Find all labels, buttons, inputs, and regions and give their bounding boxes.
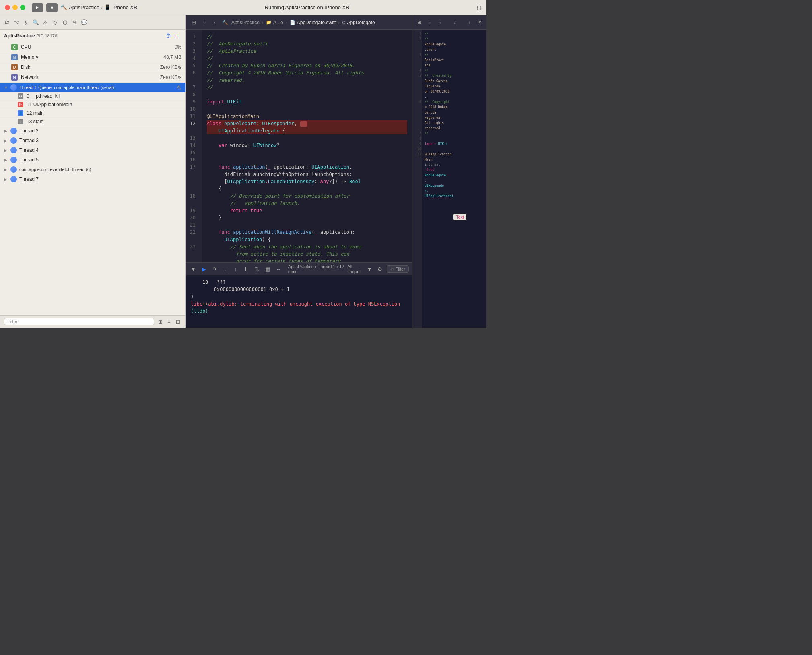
- cpu-row[interactable]: C CPU 0%: [0, 42, 185, 52]
- gauge-icon[interactable]: ⏱: [165, 32, 172, 39]
- output-label: All Output: [347, 264, 364, 274]
- titlebar: ▶ ■ 🔨 AptisPractice › 📱 iPhone XR Runnin…: [0, 0, 486, 15]
- thread-7-row[interactable]: ▶ Thread 7: [0, 174, 185, 184]
- braces-button[interactable]: { }: [477, 4, 482, 10]
- console-toggle-btn[interactable]: ▼: [189, 264, 197, 274]
- start-icon: ○: [18, 119, 23, 124]
- thread-1-label: Thread 1 Queue: com.apple.main-thread (s…: [19, 85, 114, 90]
- console-filter[interactable]: ⚙ Filter: [387, 265, 409, 273]
- thread-3-row[interactable]: ▶ Thread 3: [0, 136, 185, 145]
- subthread-start[interactable]: ○ 13 start: [0, 118, 185, 126]
- list-icon[interactable]: ≡: [165, 318, 173, 325]
- grid-layout-btn[interactable]: ⊞: [189, 18, 198, 27]
- memory-icon[interactable]: ≡: [174, 32, 181, 39]
- main-person-icon: 👤: [18, 110, 23, 116]
- subthread-main-label: 12 main: [27, 110, 44, 116]
- thread-4-row[interactable]: ▶ Thread 4: [0, 145, 185, 155]
- close-button[interactable]: [5, 5, 10, 10]
- run-button[interactable]: ▶: [32, 3, 43, 12]
- right-forward-btn[interactable]: ›: [436, 18, 445, 27]
- thread-1-group[interactable]: ▼ Thread 1 Queue: com.apple.main-thread …: [0, 83, 185, 126]
- thread-2-row[interactable]: ▶ Thread 2: [0, 126, 185, 136]
- fullscreen-button[interactable]: [20, 5, 25, 10]
- thread-1-row[interactable]: ▼ Thread 1 Queue: com.apple.main-thread …: [0, 83, 185, 92]
- right-add-btn[interactable]: +: [465, 18, 474, 27]
- disk-label: Disk: [21, 64, 160, 70]
- source-control-icon[interactable]: ⌥: [13, 19, 20, 26]
- thread-5-label: Thread 5: [19, 157, 39, 163]
- code-line-9: import UIKit: [207, 98, 407, 105]
- simulate-btn[interactable]: ↔: [274, 264, 282, 274]
- code-line-15: [207, 149, 407, 156]
- test-icon[interactable]: ◇: [52, 19, 59, 26]
- code-line-18: // Override point for customization afte…: [207, 192, 407, 200]
- traffic-lights: [5, 5, 25, 10]
- right-close-btn[interactable]: ✕: [475, 18, 484, 27]
- debug-toolbar: ▼ ▶ ↷ ↓ ↑ ⏸ ⇅ ▦ ↔ AptisPractice › Thread…: [186, 262, 412, 275]
- folder-icon[interactable]: 🗂: [3, 19, 10, 26]
- thread-5-row[interactable]: ▶ Thread 5: [0, 155, 185, 165]
- columns-icon[interactable]: ⊟: [174, 318, 181, 325]
- code-line-11: @UIApplicationMain: [207, 113, 407, 120]
- subthread-start-label: 13 start: [27, 119, 43, 124]
- code-content: // // AppDelegate.swift // AptisPractice…: [202, 30, 412, 262]
- disk-row[interactable]: D Disk Zero KB/s: [0, 62, 185, 72]
- console-line-2: 0x0000000000000001 0x0 + 1: [191, 286, 407, 293]
- output-dropdown-icon[interactable]: ▼: [365, 264, 373, 274]
- continue-btn[interactable]: ▶: [200, 264, 208, 274]
- issue-icon[interactable]: ⚠: [42, 19, 49, 26]
- minimize-button[interactable]: [12, 5, 18, 10]
- network-value: Zero KB/s: [160, 74, 181, 80]
- search-icon[interactable]: 🔍: [32, 19, 39, 26]
- thread-4-expand-icon: ▶: [4, 148, 9, 153]
- memory-label: Memory: [21, 54, 163, 60]
- navigator-toolbar: 🗂 ⌥ § 🔍 ⚠ ◇ ⬡ ↪ 💬: [0, 15, 185, 30]
- filter-console-icon[interactable]: ⚙: [376, 264, 384, 274]
- thread-3-expand-icon: ▶: [4, 138, 9, 143]
- subthread-main[interactable]: 👤 12 main: [0, 109, 185, 118]
- symbol-icon[interactable]: §: [23, 19, 30, 26]
- process-pid: PID 18176: [36, 33, 57, 38]
- code-line-6b: // reserved.: [207, 76, 407, 84]
- code-line-22b: UIApplication) {: [207, 236, 407, 243]
- step-out-btn[interactable]: ↑: [232, 264, 240, 274]
- memory-row[interactable]: M Memory 48,7 MB: [0, 52, 185, 62]
- breadcrumb-project[interactable]: AptisPractice: [231, 20, 260, 25]
- pause-btn[interactable]: ⏸: [242, 264, 250, 274]
- view-memory-btn[interactable]: ▦: [264, 264, 272, 274]
- thread-3-icon: [10, 137, 17, 144]
- right-back-btn[interactable]: ‹: [425, 18, 434, 27]
- code-area: 1 2 3 4 5 6 7 8 9 10 11 12 13 14 15 16 1…: [186, 30, 412, 262]
- breadcrumb-file[interactable]: AppDelegate.swift: [297, 20, 336, 25]
- subthread-pthread-kill[interactable]: ⚙ 0 __pthread_kill: [0, 92, 185, 101]
- debug-icon[interactable]: ⬡: [61, 19, 68, 26]
- breakpoint-icon[interactable]: ↪: [71, 19, 78, 26]
- thread-2-icon: [10, 128, 17, 134]
- step-into-btn[interactable]: ↓: [221, 264, 229, 274]
- console-area: 18 ??? 0x0000000000000001 0x0 + 1 ) libc…: [186, 275, 412, 328]
- code-line-22: func applicationWillResignActive(_ appli…: [207, 229, 407, 236]
- thread-1-expand-icon: ▼: [4, 85, 9, 90]
- simulate-loc-btn[interactable]: ⇅: [253, 264, 261, 274]
- cpu-label: CPU: [21, 44, 175, 50]
- stop-button[interactable]: ■: [46, 3, 58, 12]
- right-grid-btn[interactable]: ⊞: [415, 18, 424, 27]
- filter-input[interactable]: [4, 318, 154, 325]
- report-icon[interactable]: 💬: [80, 19, 88, 26]
- scheme-selector[interactable]: 🔨 AptisPractice › 📱 iPhone XR: [61, 4, 137, 10]
- console-line-1: 18 ???: [191, 279, 407, 286]
- breadcrumb-folder[interactable]: A...e: [273, 20, 283, 25]
- network-row[interactable]: N Network Zero KB/s: [0, 72, 185, 83]
- grid-icon[interactable]: ⊞: [157, 318, 164, 325]
- main-layout: 🗂 ⌥ § 🔍 ⚠ ◇ ⬡ ↪ 💬 AptisPractice PID 1817…: [0, 15, 486, 328]
- forward-btn[interactable]: ›: [210, 18, 219, 27]
- step-over-btn[interactable]: ↷: [210, 264, 218, 274]
- code-line-20: }: [207, 214, 407, 221]
- right-version-label: 2: [446, 20, 463, 25]
- subthread-uiapplication-main[interactable]: 🏳 11 UIApplicationMain: [0, 101, 185, 109]
- back-btn[interactable]: ‹: [200, 18, 208, 27]
- eventfetch-icon: [10, 166, 17, 173]
- eventfetch-thread-row[interactable]: ▶ com.apple.uikit.eventfetch-thread (6): [0, 165, 185, 174]
- breadcrumb-class[interactable]: AppDelegate: [347, 20, 375, 25]
- thread-2-expand-icon: ▶: [4, 129, 9, 133]
